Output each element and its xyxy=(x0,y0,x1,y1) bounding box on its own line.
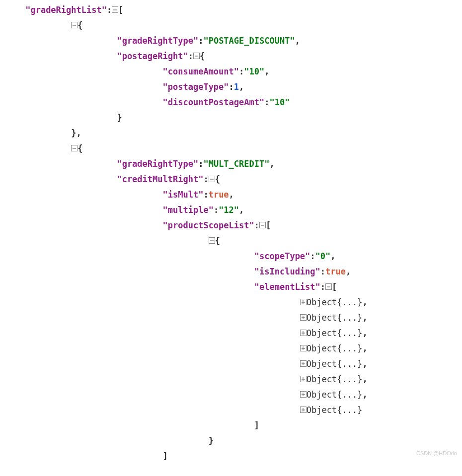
collapse-icon[interactable] xyxy=(112,6,118,13)
collapsed-object: Object{...} xyxy=(307,359,363,369)
collapsed-object: Object{...} xyxy=(307,328,363,338)
val-discountPostageAmt: "10" xyxy=(269,97,290,107)
key-gradeRightList: "gradeRightList" xyxy=(25,5,107,15)
collapsed-object: Object{...} xyxy=(307,390,363,400)
collapse-icon[interactable] xyxy=(71,145,77,151)
val-scopeType: "0" xyxy=(315,251,331,261)
json-line: ] xyxy=(0,418,462,433)
key-creditMultRight: "creditMultRight" xyxy=(117,174,203,184)
expand-icon[interactable] xyxy=(300,360,307,367)
json-line: Object{...}, xyxy=(0,326,462,341)
expand-icon[interactable] xyxy=(300,376,307,382)
json-line: "postageRight":{ xyxy=(0,49,462,64)
json-line: Object{...}, xyxy=(0,310,462,326)
json-line: { xyxy=(0,233,462,249)
json-line: Object{...}, xyxy=(0,341,462,356)
val-multiple: "12" xyxy=(219,205,239,215)
val-isMult: true xyxy=(209,190,229,200)
key-isMult: "isMult" xyxy=(163,190,204,200)
json-line: "multiple":"12", xyxy=(0,203,462,218)
expand-icon[interactable] xyxy=(300,345,307,351)
key-multiple: "multiple" xyxy=(163,205,214,215)
collapsed-object: Object{...} xyxy=(307,297,363,307)
collapse-icon[interactable] xyxy=(71,22,77,28)
collapsed-object: Object{...} xyxy=(307,374,363,384)
key-postageRight: "postageRight" xyxy=(117,51,188,61)
expand-icon[interactable] xyxy=(300,314,307,321)
key-postageType: "postageType" xyxy=(163,82,229,92)
collapse-icon[interactable] xyxy=(325,283,332,290)
json-line: } xyxy=(0,433,462,449)
key-consumeAmount: "consumeAmount" xyxy=(163,67,239,76)
val-isIncluding: true xyxy=(325,267,346,276)
key-scopeType: "scopeType" xyxy=(254,251,310,261)
collapsed-object: Object{...} xyxy=(307,405,363,415)
json-line: "gradeRightList":[ xyxy=(0,2,462,18)
expand-icon[interactable] xyxy=(300,407,307,413)
json-line: Object{...}, xyxy=(0,372,462,387)
json-line: "consumeAmount":"10", xyxy=(0,64,462,79)
json-line: "gradeRightType":"POSTAGE_DISCOUNT", xyxy=(0,33,462,49)
key-elementList: "elementList" xyxy=(254,282,320,292)
json-line: { xyxy=(0,18,462,33)
json-line: } xyxy=(0,110,462,126)
json-line: }, xyxy=(0,126,462,141)
json-line: "discountPostageAmt":"10" xyxy=(0,95,462,110)
collapse-icon[interactable] xyxy=(193,53,200,59)
collapse-icon[interactable] xyxy=(209,176,215,182)
val-gradeRightType: "MULT_CREDIT" xyxy=(203,159,269,169)
val-postageType: 1 xyxy=(234,82,239,92)
json-line: Object{...}, xyxy=(0,356,462,372)
expand-icon[interactable] xyxy=(300,391,307,398)
json-line: Object{...}, xyxy=(0,295,462,310)
json-line: "isMult":true, xyxy=(0,187,462,203)
json-line: "isIncluding":true, xyxy=(0,264,462,279)
collapse-icon[interactable] xyxy=(209,237,215,244)
expand-icon[interactable] xyxy=(300,299,307,305)
key-productScopeList: "productScopeList" xyxy=(163,220,254,230)
json-line: { xyxy=(0,141,462,156)
json-line: "gradeRightType":"MULT_CREDIT", xyxy=(0,156,462,172)
key-isIncluding: "isIncluding" xyxy=(254,267,320,276)
key-discountPostageAmt: "discountPostageAmt" xyxy=(163,97,265,107)
json-line: ] xyxy=(0,449,462,464)
json-line: "elementList":[ xyxy=(0,279,462,295)
json-line: "creditMultRight":{ xyxy=(0,172,462,187)
collapse-icon[interactable] xyxy=(259,222,266,228)
key-gradeRightType: "gradeRightType" xyxy=(117,159,198,169)
json-line: "scopeType":"0", xyxy=(0,249,462,264)
json-line: Object{...}, xyxy=(0,387,462,403)
collapsed-object: Object{...} xyxy=(307,313,363,323)
json-viewer: "gradeRightList":[ { "gradeRightType":"P… xyxy=(0,2,462,464)
json-line: "postageType":1, xyxy=(0,79,462,95)
val-gradeRightType: "POSTAGE_DISCOUNT" xyxy=(203,36,295,46)
val-consumeAmount: "10" xyxy=(244,67,264,76)
json-line: "productScopeList":[ xyxy=(0,218,462,233)
key-gradeRightType: "gradeRightType" xyxy=(117,36,198,46)
watermark-text: CSDN @HDOdo xyxy=(416,446,457,461)
collapsed-object: Object{...} xyxy=(307,343,363,353)
json-line: Object{...} xyxy=(0,403,462,418)
expand-icon[interactable] xyxy=(300,330,307,336)
